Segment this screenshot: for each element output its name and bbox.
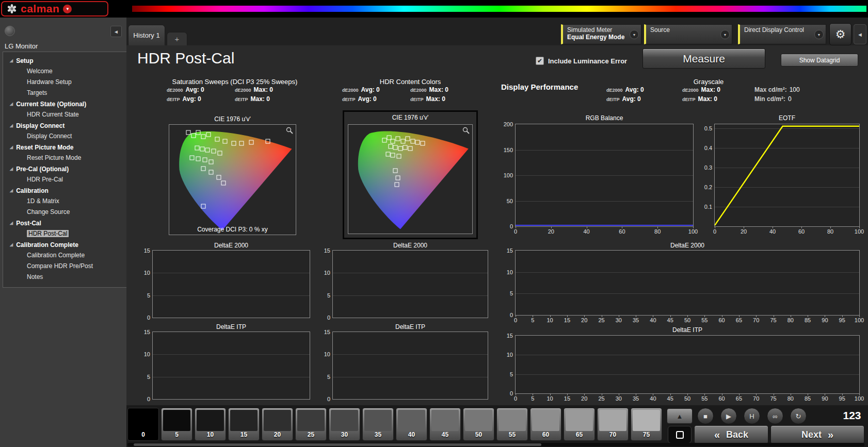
- sidebar-section-calibration-complete[interactable]: ◢Calibration Complete: [3, 239, 130, 250]
- sidebar-item-hardware-setup[interactable]: Hardware Setup: [3, 77, 130, 88]
- stop-button[interactable]: ■: [697, 408, 714, 424]
- next-button[interactable]: Next »: [770, 425, 864, 444]
- cie1-title: CIE 1976 u'v': [169, 115, 296, 123]
- gray-swatch: [230, 410, 258, 431]
- level-button-55[interactable]: 55: [496, 408, 528, 441]
- gridline: [333, 377, 488, 377]
- cie-chart-hdr-colors-selected[interactable]: CIE 1976 u'v': [343, 110, 478, 239]
- level-button-30[interactable]: 30: [329, 408, 360, 441]
- workflow-icon[interactable]: [5, 26, 15, 36]
- source-dropdown[interactable]: Source ▼: [644, 24, 732, 44]
- chevron-down-icon[interactable]: ▼: [814, 30, 824, 39]
- pattern-window-button[interactable]: [668, 426, 692, 443]
- sidebar-item-welcome[interactable]: Welcome: [3, 66, 130, 77]
- cie2-plot[interactable]: [348, 124, 473, 234]
- x-axis-label: 95: [839, 317, 845, 323]
- x-axis-label: 90: [822, 317, 828, 323]
- level-label: 5: [163, 431, 190, 439]
- show-datagrid-button[interactable]: Show Datagrid: [781, 54, 858, 67]
- level-button-35[interactable]: 35: [362, 408, 394, 441]
- meter-dropdown[interactable]: Simulated Meter Equal Energy Mode ▼: [561, 24, 641, 44]
- sidebar-item-hdr-pre-cal[interactable]: HDR Pre-Cal: [3, 174, 130, 185]
- level-button-65[interactable]: 65: [564, 408, 595, 441]
- measurement-counter[interactable]: 123: [838, 409, 866, 422]
- measurement-markers: [348, 125, 472, 234]
- step-marker-button[interactable]: H: [744, 408, 760, 424]
- level-button-10[interactable]: 10: [195, 408, 226, 441]
- x-axis-label: 45: [667, 395, 673, 402]
- level-button-75[interactable]: 75: [631, 408, 662, 441]
- level-button-15[interactable]: 15: [228, 408, 260, 441]
- level-label: 20: [264, 431, 291, 439]
- x-axis-tick: [551, 226, 552, 228]
- sidebar-item-display-connect[interactable]: Display Connect: [3, 131, 130, 142]
- scrollbar-thumb[interactable]: [134, 443, 541, 446]
- zoom-icon[interactable]: [462, 127, 470, 135]
- sidebar-section-post-cal[interactable]: ◢Post-Cal: [3, 218, 130, 228]
- stat-cell: dEITPAvg: 0: [167, 95, 235, 104]
- panel-collapse-icon[interactable]: ◄: [854, 24, 866, 44]
- sidebar-item-notes[interactable]: Notes: [3, 272, 130, 283]
- zoom-icon[interactable]: [286, 127, 294, 135]
- sidebar-section-setup[interactable]: ◢Setup: [3, 55, 130, 66]
- measure-button[interactable]: Measure: [642, 48, 765, 69]
- expander-icon[interactable]: ◢: [10, 102, 13, 106]
- sidebar-item-targets[interactable]: Targets: [3, 88, 130, 98]
- refresh-button[interactable]: ↻: [790, 408, 807, 424]
- expander-icon[interactable]: ◢: [10, 221, 13, 225]
- sidebar-item-hdr-post-cal[interactable]: HDR Post-Cal: [3, 228, 130, 239]
- next-label: Next: [801, 429, 822, 440]
- cie-chart-saturation-sweeps[interactable]: Coverage DCI P3: 0 % xy: [169, 124, 296, 235]
- level-button-70[interactable]: 70: [597, 408, 629, 441]
- display-control-dropdown[interactable]: Direct Display Control ▼: [738, 24, 826, 44]
- sidebar-section-display-connect[interactable]: ◢Display Connect: [3, 120, 130, 131]
- sidebar-collapse-icon[interactable]: ◄: [110, 26, 122, 37]
- level-button-5[interactable]: 5: [161, 408, 192, 441]
- expander-icon[interactable]: ◢: [10, 189, 13, 193]
- sidebar-section-current-state-optional[interactable]: ◢Current State (Optional): [3, 98, 130, 109]
- expander-icon[interactable]: ◢: [10, 167, 13, 171]
- gray-level-buttons: 051015202530354045505560657075: [127, 408, 662, 441]
- play-button[interactable]: ▶: [720, 408, 737, 424]
- settings-gear-icon[interactable]: ⚙: [829, 23, 851, 45]
- sidebar-item-reset-picture-mode[interactable]: Reset Picture Mode: [3, 153, 130, 163]
- x-axis-label: 35: [633, 395, 639, 402]
- chevron-down-icon[interactable]: ▼: [720, 30, 730, 39]
- back-button[interactable]: « Back: [694, 425, 768, 444]
- logo-menu-caret-icon[interactable]: ▼: [63, 5, 72, 13]
- sidebar-section-pre-cal-optional[interactable]: ◢Pre-Cal (Optional): [3, 163, 130, 174]
- expander-icon[interactable]: ◢: [10, 124, 13, 128]
- level-button-40[interactable]: 40: [396, 408, 427, 441]
- level-button-0[interactable]: 0: [127, 408, 159, 441]
- add-tab-button[interactable]: +: [167, 32, 187, 45]
- gridline: [333, 295, 488, 296]
- expander-icon[interactable]: ◢: [10, 243, 13, 247]
- expander-icon[interactable]: ◢: [10, 145, 13, 150]
- checkbox-check-icon[interactable]: ✔: [536, 57, 544, 65]
- x-axis-tick: [842, 315, 843, 317]
- level-button-45[interactable]: 45: [429, 408, 461, 441]
- sidebar-item-calibration-complete[interactable]: Calibration Complete: [3, 250, 130, 261]
- level-button-20[interactable]: 20: [262, 408, 293, 441]
- level-button-50[interactable]: 50: [463, 408, 494, 441]
- chevron-down-icon[interactable]: ▼: [630, 30, 639, 39]
- x-axis-label: 0: [514, 228, 517, 235]
- sidebar-section-reset-picture-mode[interactable]: ◢Reset Picture Mode: [3, 142, 130, 153]
- level-button-60[interactable]: 60: [530, 408, 561, 441]
- sidebar-item-1d-matrix[interactable]: 1D & Matrix: [3, 196, 130, 207]
- horizontal-scrollbar[interactable]: [127, 443, 864, 446]
- loop-button[interactable]: ∞: [767, 408, 783, 424]
- sidebar-section-calibration[interactable]: ◢Calibration: [3, 185, 130, 196]
- expander-icon[interactable]: ◢: [10, 59, 13, 63]
- sidebar-item-change-source[interactable]: Change Source: [3, 207, 130, 218]
- tab-history-1[interactable]: History 1: [128, 25, 165, 45]
- x-axis-label: 65: [736, 395, 742, 402]
- sidebar-item-hdr-current-state[interactable]: HDR Current State: [3, 109, 130, 120]
- level-button-25[interactable]: 25: [295, 408, 327, 441]
- calman-logo[interactable]: calman ▼: [1, 1, 108, 16]
- include-luminance-error-checkbox[interactable]: ✔ Include Luminance Error: [536, 57, 627, 65]
- sidebar-item-compare-hdr-pre-post[interactable]: Compare HDR Pre/Post: [3, 261, 130, 272]
- pattern-window-up-icon[interactable]: ▲: [667, 408, 693, 424]
- level-label: 65: [566, 431, 593, 439]
- y-axis-label: 10: [495, 351, 513, 358]
